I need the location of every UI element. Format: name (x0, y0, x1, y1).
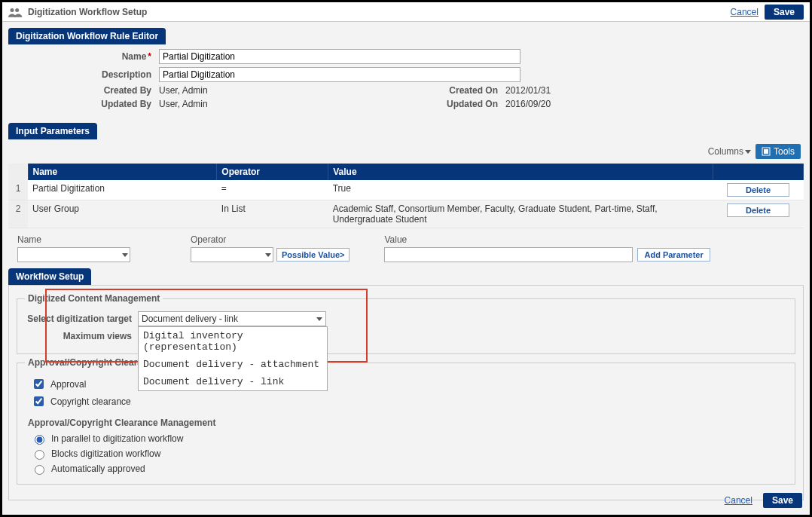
digitization-target-value: Document delivery - link (142, 314, 238, 324)
possible-value-button[interactable]: Possible Value> (276, 248, 350, 262)
label-max-views: Maximum views (25, 331, 138, 341)
chevron-down-icon (122, 253, 128, 257)
delete-button[interactable]: Delete (727, 203, 789, 217)
group-approval: Approval/Copyright Clearance Processing … (17, 357, 795, 485)
copyright-checkbox[interactable] (34, 396, 44, 406)
heading-mgmt: Approval/Copyright Clearance Management (28, 418, 787, 428)
add-operator-label: Operator (191, 234, 350, 245)
label-created-on: Created On (438, 85, 505, 96)
cell-name: User Group (28, 200, 217, 228)
svg-point-1 (15, 8, 19, 12)
value-created-on: 2012/01/31 (505, 85, 551, 96)
cell-operator: = (217, 180, 328, 200)
panel-header-workflow: Workflow Setup (8, 268, 91, 285)
cancel-link-bottom[interactable]: Cancel (725, 495, 752, 506)
cancel-link-top[interactable]: Cancel (731, 7, 759, 17)
add-value-input[interactable] (384, 247, 633, 262)
delete-button[interactable]: Delete (727, 183, 789, 197)
digitization-target-select[interactable]: Document delivery - link Digital invento… (138, 311, 326, 326)
col-value[interactable]: Value (328, 164, 713, 180)
mgmt-parallel-label: In parallel to digitization workflow (51, 433, 183, 444)
columns-label: Columns (708, 146, 743, 157)
add-name-label: Name (17, 234, 130, 245)
group-digitized: Digitized Content Management Select digi… (17, 293, 795, 354)
label-digitization-target: Select digitization target (25, 314, 138, 324)
add-parameter-button[interactable]: Add Parameter (637, 248, 710, 262)
digitization-target-dropdown: Digital inventory (representation) Docum… (138, 326, 328, 391)
col-operator[interactable]: Operator (217, 164, 328, 180)
label-name: Name (122, 51, 147, 62)
cell-name: Partial Digitization (28, 180, 217, 200)
panel-header-editor: Digitization Workflow Rule Editor (8, 28, 166, 44)
label-created-by: Created By (16, 85, 159, 96)
description-input[interactable] (159, 67, 520, 82)
value-updated-by: User, Admin (159, 99, 208, 109)
panel-header-params: Input Parameters (8, 123, 97, 139)
col-actions (713, 164, 804, 180)
value-created-by: User, Admin (159, 85, 208, 96)
dropdown-option[interactable]: Document delivery - link (139, 373, 327, 390)
chevron-down-icon (265, 253, 271, 257)
chevron-down-icon (745, 150, 751, 154)
page-title: Digitization Workflow Setup (28, 7, 147, 17)
tools-button[interactable]: Tools (756, 144, 801, 159)
col-name[interactable]: Name (28, 164, 217, 180)
add-name-select[interactable] (17, 247, 130, 262)
save-button-top[interactable]: Save (765, 5, 804, 20)
cell-num: 1 (8, 180, 28, 200)
mgmt-blocks-label: Blocks digitization workflow (51, 448, 160, 459)
save-button-bottom[interactable]: Save (763, 493, 802, 508)
table-row: 2 User Group In List Academic Staff, Con… (8, 200, 804, 228)
col-num (8, 164, 28, 180)
cell-operator: In List (217, 200, 328, 228)
params-table: Name Operator Value 1 Partial Digitizati… (8, 164, 804, 228)
approval-checkbox[interactable] (34, 379, 44, 389)
mgmt-auto-radio[interactable] (35, 465, 44, 475)
dropdown-option[interactable]: Digital inventory (representation) (139, 327, 327, 356)
add-value-label: Value (384, 234, 710, 245)
label-updated-by: Updated By (16, 99, 159, 109)
table-row: 1 Partial Digitization = True Delete (8, 180, 804, 200)
people-icon (8, 6, 23, 18)
legend-digitized: Digitized Content Management (25, 293, 163, 304)
mgmt-blocks-radio[interactable] (35, 450, 44, 460)
required-marker: * (148, 51, 151, 62)
value-updated-on: 2016/09/20 (505, 99, 551, 109)
dropdown-option[interactable]: Document delivery - attachment (139, 356, 327, 373)
cell-num: 2 (8, 200, 28, 228)
chevron-down-icon (316, 317, 322, 321)
columns-dropdown[interactable]: Columns (708, 146, 751, 157)
name-input[interactable] (159, 49, 520, 64)
label-description: Description (16, 69, 159, 80)
approval-label: Approval (50, 379, 86, 390)
add-operator-select[interactable] (191, 247, 273, 262)
svg-rect-3 (764, 149, 768, 154)
cell-value: Academic Staff, Consortium Member, Facul… (328, 200, 713, 228)
svg-point-0 (11, 8, 14, 12)
cell-value: True (328, 180, 713, 200)
tools-icon (762, 147, 771, 156)
label-updated-on: Updated On (438, 99, 505, 109)
mgmt-auto-label: Automatically approved (51, 463, 145, 474)
mgmt-parallel-radio[interactable] (35, 435, 44, 445)
copyright-label: Copyright clearance (50, 396, 131, 407)
